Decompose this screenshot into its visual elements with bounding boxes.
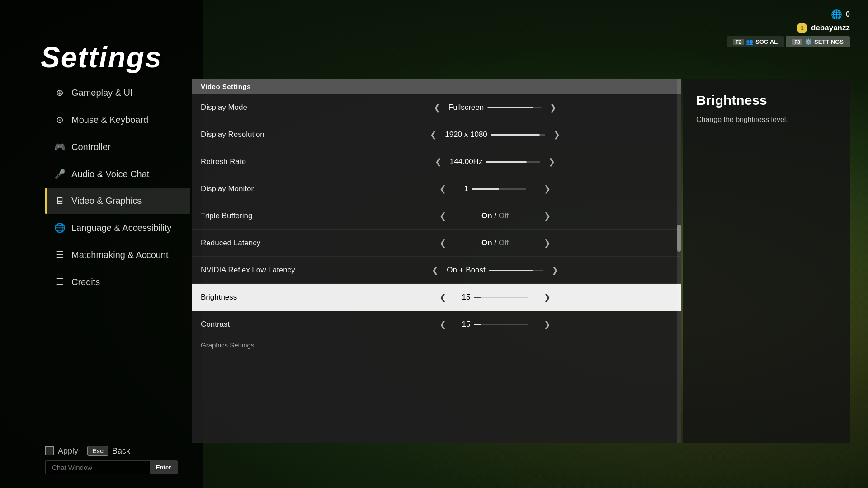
reduced-latency-prev-btn[interactable]: ❮: [436, 236, 450, 250]
display-mode-slider[interactable]: [487, 107, 542, 108]
refresh-rate-slider[interactable]: [486, 161, 540, 163]
reduced-latency-name: Reduced Latency: [201, 239, 318, 248]
refresh-rate-control: ❮144.00Hz❯: [318, 155, 672, 169]
display-monitor-prev-btn[interactable]: ❮: [436, 182, 450, 196]
mouse-keyboard-label: Mouse & Keyboard: [71, 115, 148, 125]
nvidia-reflex-text: On + Boost: [447, 266, 486, 274]
username: debayanzz: [811, 23, 850, 33]
user-level: 1: [797, 23, 807, 33]
refresh-rate-prev-btn[interactable]: ❮: [431, 155, 445, 169]
video-graphics-icon: 🖥: [54, 196, 65, 206]
display-resolution-slider[interactable]: [491, 134, 545, 136]
audio-voice-icon: 🎤: [54, 169, 65, 179]
notification-count: 0: [846, 10, 850, 19]
refresh-rate-next-btn[interactable]: ❯: [545, 155, 559, 169]
brightness-slider[interactable]: [474, 297, 528, 298]
language-accessibility-label: Language & Accessibility: [71, 223, 171, 233]
tab-social[interactable]: F2 👥 SOCIAL: [727, 36, 784, 47]
display-resolution-value: 868 x 488: [445, 130, 545, 139]
triple-buffering-prev-btn[interactable]: ❮: [436, 209, 450, 223]
f2-key: F2: [733, 39, 744, 45]
reduced-latency-on: On: [481, 239, 492, 247]
contrast-next-btn[interactable]: ❯: [540, 318, 554, 331]
brightness-num: 15: [462, 293, 471, 301]
display-mode-prev-btn[interactable]: ❮: [430, 101, 444, 114]
contrast-num: 15: [462, 320, 471, 328]
setting-row-triple-buffering[interactable]: Triple Buffering❮On / Off❯: [192, 202, 681, 230]
setting-row-reduced-latency[interactable]: Reduced Latency❮On / Off❯: [192, 230, 681, 257]
apply-checkbox[interactable]: [45, 446, 54, 455]
refresh-rate-name: Refresh Rate: [201, 157, 318, 166]
refresh-rate-text: 144.00Hz: [450, 157, 483, 166]
scrollbar-thumb[interactable]: [677, 225, 681, 252]
tab-settings[interactable]: F3 ⚙️ SETTINGS: [786, 36, 850, 47]
enter-button[interactable]: Enter: [150, 461, 177, 474]
sidebar-item-controller[interactable]: 🎮Controller: [45, 133, 190, 160]
scrollbar[interactable]: [677, 79, 681, 443]
mouse-keyboard-icon: ⊙: [54, 114, 65, 125]
brightness-prev-btn[interactable]: ❮: [436, 291, 450, 304]
center-panel: Video Settings Display Mode❮Fullscreen❯D…: [192, 79, 681, 443]
sidebar-item-video-graphics[interactable]: 🖥Video & Graphics: [45, 188, 190, 214]
chat-input[interactable]: [46, 461, 150, 474]
gameplay-ui-icon: ⊕: [54, 87, 65, 98]
sidebar-item-credits[interactable]: ☰Credits: [45, 268, 190, 296]
sidebar-item-gameplay-ui[interactable]: ⊕Gameplay & UI: [45, 79, 190, 106]
icon-row: 🌐 0: [831, 9, 850, 20]
brightness-name: Brightness: [201, 293, 318, 302]
setting-row-brightness[interactable]: Brightness❮15❯: [192, 284, 681, 311]
contrast-name: Contrast: [201, 320, 318, 329]
setting-row-refresh-rate[interactable]: Refresh Rate❮144.00Hz❯: [192, 148, 681, 175]
nvidia-reflex-slider[interactable]: [489, 270, 543, 271]
gameplay-ui-label: Gameplay & UI: [71, 88, 133, 98]
apply-label: Apply: [58, 446, 78, 456]
triple-buffering-name: Triple Buffering: [201, 211, 318, 221]
nvidia-reflex-next-btn[interactable]: ❯: [548, 263, 562, 277]
settings-icon: ⚙️: [805, 38, 812, 45]
nvidia-reflex-control: ❮On + Boost❯: [318, 263, 672, 277]
display-monitor-slider[interactable]: [472, 188, 526, 190]
sidebar-item-language-accessibility[interactable]: 🌐Language & Accessibility: [45, 214, 190, 241]
graphics-settings-label: Graphics Settings: [201, 341, 254, 349]
audio-voice-label: Audio & Voice Chat: [71, 169, 149, 179]
esc-key: Esc: [87, 446, 108, 456]
triple-buffering-on: On: [481, 211, 492, 220]
globe-icon: 🌐: [831, 9, 842, 20]
display-mode-value: Fullscreen: [448, 103, 542, 112]
triple-buffering-off: Off: [499, 211, 509, 220]
reduced-latency-next-btn[interactable]: ❯: [540, 236, 554, 250]
setting-row-display-monitor[interactable]: Display Monitor❮1❯: [192, 175, 681, 202]
sidebar-item-matchmaking-account[interactable]: ☰Matchmaking & Account: [45, 241, 190, 268]
setting-row-display-resolution[interactable]: Display Resolution❮868 x 488❯: [192, 121, 681, 148]
nvidia-reflex-value: On + Boost: [447, 266, 543, 275]
display-resolution-prev-btn[interactable]: ❮: [426, 128, 440, 141]
contrast-prev-btn[interactable]: ❮: [436, 318, 450, 331]
reduced-latency-value: On / Off: [454, 239, 536, 248]
triple-buffering-sep: /: [492, 211, 499, 220]
chat-window[interactable]: Enter: [45, 460, 178, 474]
nvidia-reflex-prev-btn[interactable]: ❮: [428, 263, 442, 277]
credits-icon: ☰: [54, 277, 65, 287]
info-title: Brightness: [696, 93, 836, 108]
brightness-value: 15: [454, 293, 536, 302]
settings-label: SETTINGS: [814, 38, 844, 45]
back-button[interactable]: Esc Back: [87, 446, 130, 456]
sidebar-item-audio-voice[interactable]: 🎤Audio & Voice Chat: [45, 160, 190, 188]
reduced-latency-sep: /: [492, 239, 499, 247]
setting-row-nvidia-reflex[interactable]: NVIDIA Reflex Low Latency❮On + Boost❯: [192, 257, 681, 284]
contrast-slider[interactable]: [474, 324, 528, 325]
apply-back-row: Apply Esc Back: [45, 446, 178, 456]
setting-row-contrast[interactable]: Contrast❮15❯: [192, 311, 681, 338]
display-mode-next-btn[interactable]: ❯: [546, 101, 560, 114]
matchmaking-account-icon: ☰: [54, 249, 65, 260]
graphics-settings-partial: Graphics Settings: [192, 338, 681, 352]
controller-label: Controller: [71, 142, 111, 152]
display-monitor-value: 1: [454, 184, 536, 193]
apply-button[interactable]: Apply: [45, 446, 78, 456]
setting-row-display-mode[interactable]: Display Mode❮Fullscreen❯: [192, 94, 681, 121]
display-monitor-next-btn[interactable]: ❯: [540, 182, 554, 196]
sidebar-item-mouse-keyboard[interactable]: ⊙Mouse & Keyboard: [45, 106, 190, 133]
brightness-next-btn[interactable]: ❯: [540, 291, 554, 304]
display-resolution-next-btn[interactable]: ❯: [550, 128, 564, 141]
triple-buffering-next-btn[interactable]: ❯: [540, 209, 554, 223]
